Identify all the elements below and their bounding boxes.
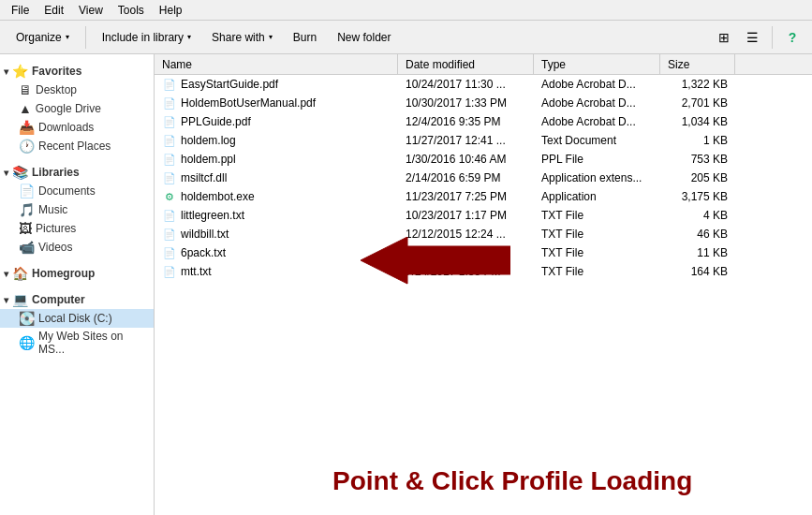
recent-places-label: Recent Places [38, 140, 111, 153]
view-options-button[interactable]: ⊞ [712, 25, 736, 50]
sidebar-item-desktop[interactable]: 🖥 Desktop [0, 81, 154, 99]
music-icon: 🎵 [19, 202, 35, 217]
file-name-cell: 📄 holdem.ppl [155, 150, 398, 169]
table-row[interactable]: 📄 HoldemBotUserManual.pdf 10/30/2017 1:3… [155, 94, 812, 112]
file-size-cell: 3,175 KB [660, 187, 735, 206]
desktop-label: Desktop [36, 83, 77, 96]
share-chevron: ▾ [269, 33, 273, 41]
file-date-cell: 10/30/2017 1:33 PM [398, 94, 534, 112]
organize-chevron: ▾ [66, 33, 69, 41]
file-name-cell: 📄 msiltcf.dll [155, 169, 398, 187]
file-name-cell: 📄 wildbill.txt [155, 225, 398, 243]
videos-icon: 📹 [19, 240, 35, 255]
downloads-label: Downloads [38, 121, 94, 134]
favorites-icon: ⭐ [12, 64, 28, 79]
table-row[interactable]: 📄 6pack.txt 1/26/2017 12:35 AM TXT File … [155, 243, 812, 262]
sidebar-item-music[interactable]: 🎵 Music [0, 200, 154, 219]
file-type-icon: ⚙ [162, 189, 177, 204]
file-type-icon: 📄 [162, 227, 177, 242]
col-header-name[interactable]: Name [155, 54, 398, 74]
table-row[interactable]: 📄 holdem.log 11/27/2017 12:41 ... Text D… [155, 131, 812, 150]
file-type-icon: 📄 [162, 77, 177, 92]
menu-help[interactable]: Help [152, 2, 190, 19]
table-row[interactable]: 📄 littlegreen.txt 10/23/2017 1:17 PM TXT… [155, 206, 812, 225]
sidebar-sep-1 [0, 155, 154, 163]
table-row[interactable]: 📄 holdem.ppl 1/30/2016 10:46 AM PPL File… [155, 150, 812, 169]
sidebar-libraries-header[interactable]: ▾ 📚 Libraries [0, 163, 154, 182]
file-type-icon: 📄 [162, 170, 177, 185]
share-with-button[interactable]: Share with ▾ [203, 26, 281, 49]
main-layout: ▾ ⭐ Favorites 🖥 Desktop ▲ Google Drive 📥… [0, 54, 812, 515]
new-folder-button[interactable]: New folder [329, 26, 399, 49]
sidebar-favorites-header[interactable]: ▾ ⭐ Favorites [0, 62, 154, 81]
sidebar-item-documents[interactable]: 📄 Documents [0, 182, 154, 200]
file-date-cell: 12/12/2015 12:24 ... [398, 225, 534, 243]
my-web-sites-icon: 🌐 [19, 335, 35, 350]
sidebar-item-my-web-sites[interactable]: 🌐 My Web Sites on MS... [0, 328, 154, 358]
table-row[interactable]: ⚙ holdembot.exe 11/23/2017 7:25 PM Appli… [155, 187, 812, 206]
homegroup-label: Homegroup [32, 267, 95, 280]
col-header-date[interactable]: Date modified [398, 54, 534, 74]
table-row[interactable]: 📄 mtt.txt 7/24/2017 1:35 PM TXT File 164… [155, 262, 812, 281]
file-name-cell: 📄 6pack.txt [155, 243, 398, 262]
file-type-icon: 📄 [162, 96, 177, 110]
file-date-cell: 10/23/2017 1:17 PM [398, 206, 534, 225]
file-name-cell: 📄 littlegreen.txt [155, 206, 398, 225]
file-type-icon: 📄 [162, 245, 177, 260]
column-headers: Name Date modified Type Size [155, 54, 812, 75]
menu-bar: File Edit View Tools Help [0, 0, 812, 21]
sidebar-item-google-drive[interactable]: ▲ Google Drive [0, 99, 154, 118]
toolbar: Organize ▾ Include in library ▾ Share wi… [0, 21, 812, 54]
google-drive-label: Google Drive [36, 102, 101, 115]
desktop-icon: 🖥 [19, 82, 32, 97]
file-name-cell: 📄 holdem.log [155, 131, 398, 150]
view-toggle-button[interactable]: ☰ [740, 25, 764, 50]
include-chevron: ▾ [187, 33, 191, 41]
local-disk-icon: 💽 [19, 311, 35, 326]
sidebar-item-recent-places[interactable]: 🕐 Recent Places [0, 137, 154, 155]
content-area: Name Date modified Type Size 📄 EasyStart… [155, 54, 812, 515]
homegroup-arrow: ▾ [4, 269, 8, 279]
file-list: 📄 EasyStartGuide.pdf 10/24/2017 11:30 ..… [155, 75, 812, 515]
sidebar-item-local-disk[interactable]: 💽 Local Disk (C:) [0, 309, 154, 328]
file-type-cell: TXT File [534, 225, 660, 243]
music-label: Music [38, 203, 67, 216]
burn-button[interactable]: Burn [285, 26, 325, 49]
menu-file[interactable]: File [4, 2, 37, 19]
include-in-library-button[interactable]: Include in library ▾ [94, 26, 199, 49]
google-drive-icon: ▲ [19, 101, 32, 116]
libraries-icon: 📚 [12, 165, 28, 180]
col-header-size[interactable]: Size [660, 54, 735, 74]
pictures-icon: 🖼 [19, 221, 32, 236]
organize-button[interactable]: Organize ▾ [7, 26, 78, 49]
menu-tools[interactable]: Tools [111, 2, 152, 19]
table-row[interactable]: 📄 EasyStartGuide.pdf 10/24/2017 11:30 ..… [155, 75, 812, 94]
sidebar-sep-2 [0, 257, 154, 264]
sidebar-sep-3 [0, 283, 154, 290]
sidebar-homegroup-header[interactable]: ▾ 🏠 Homegroup [0, 264, 154, 283]
libraries-arrow: ▾ [4, 168, 8, 178]
sidebar-item-videos[interactable]: 📹 Videos [0, 238, 154, 257]
file-name-cell: 📄 mtt.txt [155, 262, 398, 281]
menu-view[interactable]: View [71, 2, 111, 19]
file-name-cell: 📄 PPLGuide.pdf [155, 112, 398, 131]
file-type-cell: Application extens... [534, 169, 660, 187]
col-header-type[interactable]: Type [534, 54, 660, 74]
file-type-cell: TXT File [534, 206, 660, 225]
file-size-cell: 2,701 KB [660, 94, 735, 112]
table-row[interactable]: 📄 msiltcf.dll 2/14/2016 6:59 PM Applicat… [155, 169, 812, 187]
sidebar-item-downloads[interactable]: 📥 Downloads [0, 118, 154, 137]
file-date-cell: 11/27/2017 12:41 ... [398, 131, 534, 150]
table-row[interactable]: 📄 PPLGuide.pdf 12/4/2016 9:35 PM Adobe A… [155, 112, 812, 131]
file-type-icon: 📄 [162, 152, 177, 167]
file-name-cell: 📄 HoldemBotUserManual.pdf [155, 94, 398, 112]
file-size-cell: 205 KB [660, 169, 735, 187]
pictures-label: Pictures [36, 222, 76, 235]
table-row[interactable]: 📄 wildbill.txt 12/12/2015 12:24 ... TXT … [155, 225, 812, 243]
help-button[interactable]: ? [780, 25, 805, 50]
sidebar-computer-header[interactable]: ▾ 💻 Computer [0, 290, 154, 309]
file-date-cell: 2/14/2016 6:59 PM [398, 169, 534, 187]
file-type-cell: Text Document [534, 131, 660, 150]
sidebar-item-pictures[interactable]: 🖼 Pictures [0, 219, 154, 238]
menu-edit[interactable]: Edit [37, 2, 71, 19]
